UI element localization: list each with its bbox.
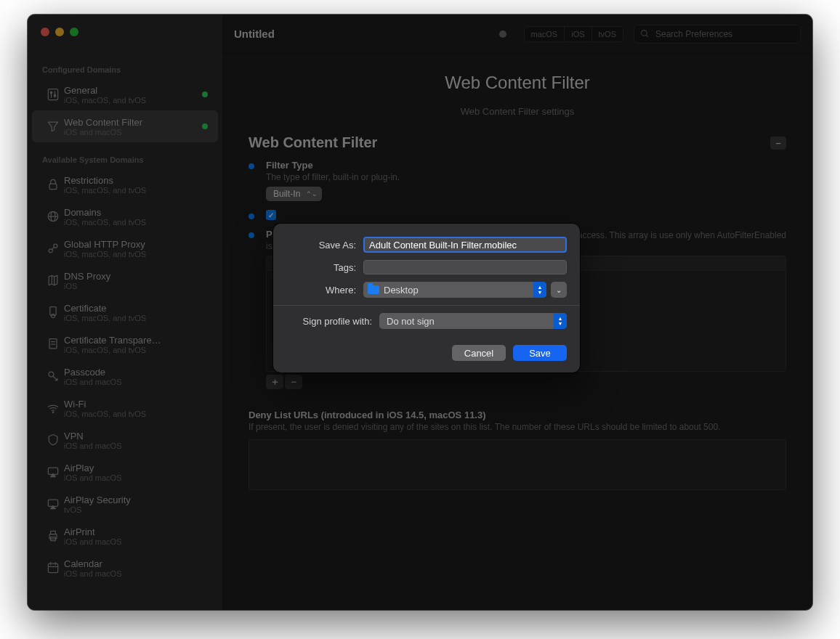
- tags-label: Tags:: [286, 262, 356, 273]
- save-as-label: Save As:: [286, 240, 356, 251]
- chevron-updown-icon: ▲▼: [554, 313, 567, 329]
- where-value: Desktop: [384, 285, 419, 296]
- sign-profile-value: Do not sign: [387, 316, 435, 327]
- expand-save-panel-button[interactable]: ⌄: [551, 282, 567, 298]
- where-select[interactable]: Desktop ▲▼: [363, 282, 546, 298]
- sign-profile-label: Sign profile with:: [286, 316, 372, 327]
- folder-icon: [368, 285, 379, 294]
- sign-profile-select[interactable]: Do not sign ▲▼: [379, 313, 567, 329]
- save-button[interactable]: Save: [513, 345, 567, 361]
- chevron-updown-icon: ▲▼: [533, 282, 546, 298]
- chevron-down-icon: ⌄: [556, 286, 562, 294]
- cancel-button[interactable]: Cancel: [452, 345, 506, 361]
- save-as-field[interactable]: [363, 237, 567, 253]
- tags-field[interactable]: [363, 260, 567, 274]
- save-dialog: Save As: Tags: Where: Desktop ▲▼ ⌄ Sign: [273, 224, 580, 373]
- window: Configured Domains GeneraliOS, macOS, an…: [28, 15, 812, 610]
- divider: [273, 305, 580, 306]
- where-label: Where:: [286, 285, 356, 296]
